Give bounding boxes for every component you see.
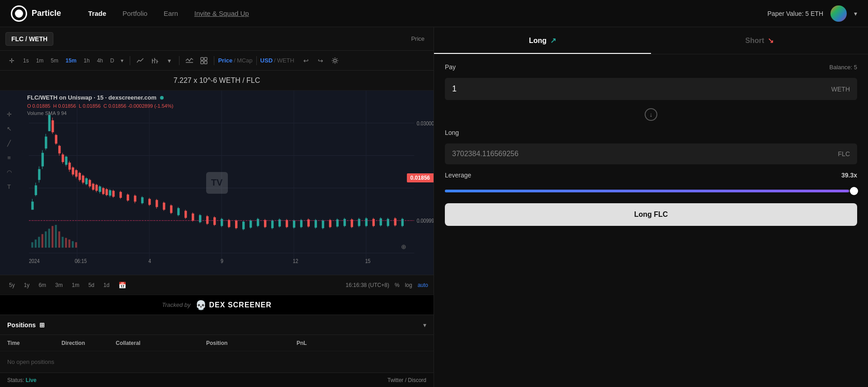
svg-rect-121 [242, 222, 245, 229]
tf-5m[interactable]: 5m [47, 56, 61, 66]
ohlc-high: H 0.01856 [53, 103, 76, 109]
range-1d[interactable]: 1d [100, 281, 113, 290]
svg-rect-30 [58, 231, 60, 248]
svg-rect-155 [365, 219, 368, 226]
usd-weth-toggle[interactable]: USD / WETH [260, 57, 294, 64]
ohlc-bar: O 0.01885 H 0.01856 L 0.01856 C 0.01856 … [27, 103, 173, 109]
svg-rect-29 [55, 225, 57, 248]
svg-text:9: 9 [221, 258, 223, 264]
redo-icon[interactable]: ↪ [314, 54, 327, 67]
range-5y[interactable]: 5y [5, 281, 19, 290]
svg-rect-141 [315, 220, 317, 228]
range-3m[interactable]: 3m [52, 281, 66, 290]
range-1m[interactable]: 1m [68, 281, 83, 290]
balance-label: Balance: 5 [830, 64, 857, 71]
svg-rect-51 [55, 135, 57, 143]
long-output-value: 3702384.116569256 [452, 150, 519, 158]
svg-rect-163 [394, 219, 396, 226]
price-toggle-active[interactable]: Price [218, 57, 232, 64]
price-mcap-toggle[interactable]: Price / MCap [218, 57, 252, 64]
right-panel: Long ↗ Short ↘ Pay Balance: 5 1 WETH ↓ [434, 27, 868, 387]
svg-rect-87 [119, 192, 122, 198]
swap-arrow-icon[interactable]: ↓ [645, 108, 657, 121]
long-flc-button[interactable]: Long FLC [445, 203, 857, 226]
tf-dropdown[interactable]: ▾ [118, 56, 126, 66]
nav-earn[interactable]: Earn [164, 10, 178, 17]
svg-rect-123 [250, 220, 252, 228]
svg-rect-9 [201, 61, 203, 64]
tf-1s[interactable]: 1s [20, 56, 32, 66]
pay-input-box[interactable]: 1 WETH [445, 78, 857, 100]
price-display: 7.227 x 10^-6 WETH / FLC [0, 71, 434, 91]
pair-selector[interactable]: FLC / WETH [5, 32, 53, 46]
svg-rect-101 [170, 205, 172, 213]
weth-toggle[interactable]: WETH [277, 57, 294, 64]
range-6m[interactable]: 6m [35, 281, 50, 290]
svg-rect-79 [102, 188, 104, 194]
trade-form: Pay Balance: 5 1 WETH ↓ Long 3702384.116… [434, 54, 868, 235]
ohlc-low: L 0.01856 [79, 103, 101, 109]
svg-rect-24 [38, 237, 40, 248]
undo-icon[interactable]: ↩ [300, 54, 312, 67]
auto-button[interactable]: auto [418, 282, 428, 288]
svg-rect-113 [213, 217, 216, 225]
svg-rect-22 [31, 242, 33, 248]
tf-15m[interactable]: 15m [62, 56, 80, 66]
svg-point-11 [334, 59, 336, 62]
svg-rect-129 [271, 220, 274, 228]
chart-type-dropdown[interactable]: ▾ [163, 54, 175, 67]
svg-rect-53 [58, 146, 61, 153]
long-tab-label: Long [529, 37, 547, 45]
twitter-discord-link[interactable]: Twitter / Discord [387, 377, 426, 383]
leverage-slider[interactable] [445, 190, 857, 192]
range-5d[interactable]: 5d [85, 281, 98, 290]
mcap-toggle[interactable]: MCap [237, 57, 253, 64]
svg-rect-137 [300, 220, 302, 227]
long-section-label: Long [445, 129, 459, 136]
chart-settings-icon[interactable] [329, 54, 341, 67]
nav-trade[interactable]: Trade [88, 10, 106, 17]
account-dropdown-arrow[interactable]: ▾ [854, 10, 857, 17]
divider-1 [130, 56, 130, 65]
grid-icon[interactable] [198, 54, 210, 67]
avatar[interactable] [830, 5, 847, 22]
crosshair-icon[interactable]: ✛ [5, 54, 18, 67]
positions-chevron-icon[interactable]: ▾ [423, 321, 426, 329]
svg-rect-103 [177, 208, 179, 215]
pay-input-value: 1 [452, 84, 457, 94]
short-arrow-icon: ↘ [768, 36, 774, 45]
tf-1h[interactable]: 1h [80, 56, 93, 66]
long-tab[interactable]: Long ↗ [434, 27, 651, 54]
usd-toggle-active[interactable]: USD [260, 57, 273, 64]
long-label-row: Long [445, 129, 857, 136]
svg-rect-10 [204, 61, 207, 64]
short-tab[interactable]: Short ↘ [651, 27, 868, 54]
svg-rect-109 [199, 215, 201, 222]
calendar-icon[interactable]: 📅 [118, 282, 126, 289]
log-button[interactable]: log [405, 282, 412, 288]
svg-rect-73 [92, 184, 94, 190]
target-icon[interactable]: ⊕ [401, 243, 406, 250]
range-1y[interactable]: 1y [20, 281, 33, 290]
tf-D[interactable]: D [107, 56, 118, 66]
svg-rect-59 [68, 162, 71, 170]
leverage-thumb[interactable] [850, 187, 858, 195]
long-output-currency: FLC [838, 150, 850, 158]
svg-rect-85 [112, 191, 114, 196]
bar-chart-icon[interactable] [148, 54, 161, 67]
tf-4h[interactable]: 4h [94, 56, 106, 66]
swap-direction-area: ↓ [445, 107, 857, 122]
tf-1m[interactable]: 1m [33, 56, 47, 66]
svg-rect-37 [31, 201, 33, 210]
chart-info-bar: FLC/WETH on Uniswap · 15 · dexscreener.c… [27, 94, 164, 101]
nav-invite[interactable]: Invite & Squad Up [194, 10, 249, 17]
svg-rect-157 [373, 219, 375, 226]
col-header-pnl: PnL [297, 340, 351, 346]
svg-rect-69 [85, 178, 88, 184]
chart-pair-label: FLC/WETH on Uniswap · 15 · dexscreener.c… [27, 94, 156, 101]
indicators-icon[interactable] [183, 54, 196, 67]
nav-portfolio[interactable]: Portfolio [123, 10, 147, 17]
line-chart-icon[interactable] [134, 54, 146, 67]
positions-header[interactable]: Positions ⊞ ▾ [0, 315, 434, 335]
svg-rect-61 [72, 167, 74, 175]
